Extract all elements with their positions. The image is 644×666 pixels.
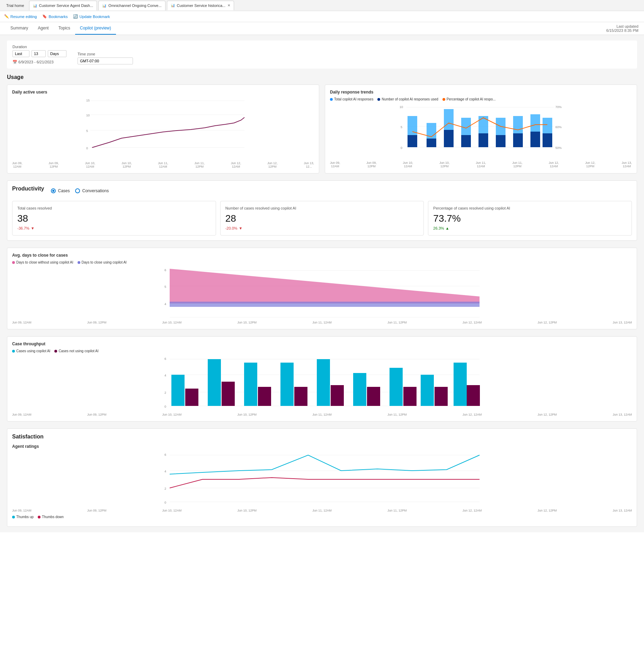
svg-text:0: 0 <box>164 501 166 504</box>
svg-marker-43 <box>170 302 480 307</box>
tab-summary[interactable]: Summary <box>6 22 33 35</box>
svg-rect-31 <box>496 135 506 147</box>
productivity-radio-group: Cases Conversations <box>51 188 109 193</box>
legend-with-copilot: Days to close using copilot AI <box>78 260 127 264</box>
metric-cases-copilot-change: -20.0% ▼ <box>225 226 419 230</box>
down-arrow-icon-2: ▼ <box>239 226 243 230</box>
satisfaction-section: Satisfaction Agent ratings 6 4 2 0 Jun 0… <box>7 428 637 527</box>
metric-total-cases-label: Total cases resolved <box>17 206 211 210</box>
tab-csagent[interactable]: 📊 Customer Service Agent Dash... <box>29 1 97 10</box>
usage-section: Usage Daily active users 15 10 5 0 <box>7 74 637 174</box>
last-updated: Last updated 6/15/2023 8:35 PM <box>606 24 638 33</box>
daily-active-users-chart: 15 10 5 0 <box>12 97 314 160</box>
svg-rect-55 <box>222 382 235 406</box>
avg-days-chart-card: Avg. days to close for cases Days to clo… <box>7 248 637 329</box>
svg-text:6: 6 <box>164 357 166 361</box>
tab-copilot[interactable]: Copilot (preview) <box>75 22 116 35</box>
response-trends-chart: 10 5 0 70% 60% 50% <box>330 104 632 159</box>
period-unit-select[interactable]: Days <box>48 50 66 57</box>
tab-agent[interactable]: Agent <box>33 22 53 35</box>
legend-dot-thumbsup <box>12 516 15 518</box>
agent-ratings-title: Agent ratings <box>12 444 632 449</box>
svg-rect-61 <box>331 385 344 406</box>
svg-text:50%: 50% <box>555 146 562 150</box>
browser-tabs: Trial home 📊 Customer Service Agent Dash… <box>0 0 644 11</box>
svg-rect-66 <box>421 375 434 406</box>
agent-ratings-legend: Thumbs up Thumbs down <box>12 515 632 519</box>
avg-days-legend: Days to close without using copilot AI D… <box>12 260 632 264</box>
svg-text:5: 5 <box>401 125 402 129</box>
radio-circle-conversations <box>75 188 80 193</box>
svg-rect-53 <box>185 389 198 406</box>
productivity-header: Productivity Cases Conversations <box>12 186 632 196</box>
tab-cshistorical[interactable]: 📊 Customer Service historica... ✕ <box>167 1 234 10</box>
svg-text:5: 5 <box>86 129 88 133</box>
legend-dot-thumbsdown <box>38 516 41 518</box>
svg-text:6: 6 <box>164 453 166 456</box>
svg-text:70%: 70% <box>555 105 562 109</box>
nav-tabs-bar: Summary Agent Topics Copilot (preview) L… <box>0 22 644 35</box>
response-trends-x-labels: Jun 09,12AM Jun 09,12PM Jun 10,12AM Jun … <box>330 161 632 168</box>
tab-topics[interactable]: Topics <box>54 22 75 35</box>
agent-ratings-chart: 6 4 2 0 <box>12 452 632 507</box>
tab-close-cshistorical[interactable]: ✕ <box>227 3 230 7</box>
legend-dot-pct <box>442 98 445 101</box>
tab-icon-omni: 📊 <box>102 4 106 8</box>
svg-rect-56 <box>244 363 257 406</box>
legend-total-copilot: Total copilot AI responses <box>330 97 373 101</box>
daily-response-trends-title: Daily response trends <box>330 90 632 95</box>
duration-control: Duration Last 13 Days 📅 6/9/2023 - 6/21/… <box>12 45 66 64</box>
legend-dot-not-using <box>54 350 57 353</box>
bookmarks-button[interactable]: 🔖 Bookmarks <box>42 14 68 19</box>
svg-rect-65 <box>403 387 417 406</box>
svg-rect-33 <box>530 132 540 147</box>
update-bookmark-button[interactable]: 🔄 Update Bookmark <box>73 14 110 19</box>
nav-tabs-left: Summary Agent Topics Copilot (preview) <box>6 22 116 35</box>
resume-editing-button[interactable]: ✏️ Resume editing <box>4 14 37 19</box>
avg-days-title: Avg. days to close for cases <box>12 253 632 258</box>
case-throughput-x-labels: Jun 09, 12AM Jun 09, 12PM Jun 10, 12AM J… <box>12 413 632 416</box>
svg-rect-52 <box>171 375 185 406</box>
usage-title: Usage <box>7 74 637 80</box>
timezone-inputs: GMT-07:00 <box>78 57 133 64</box>
timezone-control: Time zone GMT-07:00 <box>78 52 133 64</box>
svg-text:10: 10 <box>400 105 403 109</box>
avg-days-x-labels: Jun 09, 12AM Jun 09, 12PM Jun 10, 12AM J… <box>12 321 632 324</box>
metrics-row: Total cases resolved 38 -36.7% ▼ Number … <box>12 201 632 236</box>
metric-pct-copilot-label: Percentage of cases resolved using copil… <box>433 206 627 210</box>
svg-text:4: 4 <box>164 302 166 306</box>
svg-text:0: 0 <box>164 405 166 408</box>
metric-total-cases-value: 38 <box>17 213 211 224</box>
app-container: Summary Agent Topics Copilot (preview) L… <box>0 22 644 666</box>
radio-conversations[interactable]: Conversations <box>75 188 109 193</box>
filters-row: Duration Last 13 Days 📅 6/9/2023 - 6/21/… <box>7 41 637 69</box>
timezone-select[interactable]: GMT-07:00 <box>78 57 133 64</box>
case-throughput-card: Case throughput Cases using copilot AI C… <box>7 336 637 421</box>
legend-thumbs-up: Thumbs up <box>12 515 34 519</box>
metric-pct-copilot-change: 26.3% ▲ <box>433 226 627 230</box>
date-range: 📅 6/9/2023 - 6/21/2023 <box>12 60 66 64</box>
up-arrow-icon: ▲ <box>446 226 449 230</box>
tab-omni[interactable]: 📊 Omnichannel Ongoing Conve... <box>98 1 165 10</box>
tab-trial[interactable]: Trial home <box>3 2 28 9</box>
period-type-select[interactable]: Last <box>12 50 29 57</box>
svg-rect-64 <box>390 368 403 406</box>
radio-cases[interactable]: Cases <box>51 188 70 193</box>
svg-text:6: 6 <box>164 268 166 272</box>
svg-rect-28 <box>444 130 454 147</box>
legend-dot-no-copilot <box>12 261 15 264</box>
svg-text:4: 4 <box>164 374 166 377</box>
avg-days-chart: 6 5 4 <box>12 267 632 319</box>
response-trends-legend: Total copilot AI responses Number of cop… <box>330 97 632 101</box>
tab-icon-csagent: 📊 <box>33 4 37 8</box>
legend-pct: Percentage of copilot AI respo... <box>442 97 496 101</box>
satisfaction-x-labels: Jun 09, 12AM Jun 09, 12PM Jun 10, 12AM J… <box>12 509 632 512</box>
svg-rect-62 <box>353 373 366 406</box>
svg-rect-67 <box>435 387 448 406</box>
usage-charts-row: Daily active users 15 10 5 0 <box>7 85 637 174</box>
case-throughput-legend: Cases using copilot AI Cases not using c… <box>12 349 632 353</box>
period-value-select[interactable]: 13 <box>32 50 46 57</box>
case-throughput-title: Case throughput <box>12 341 632 346</box>
legend-dot-total <box>330 98 333 101</box>
main-content: Duration Last 13 Days 📅 6/9/2023 - 6/21/… <box>0 35 644 532</box>
